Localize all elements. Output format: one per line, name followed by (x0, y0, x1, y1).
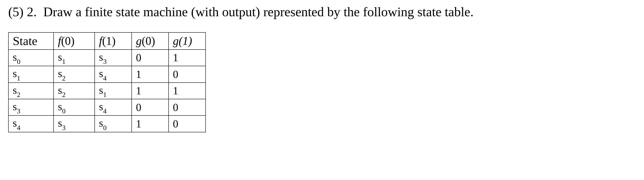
state-base: s (13, 68, 17, 79)
header-f1-arg: (1) (102, 34, 116, 47)
f1-base: s (99, 68, 103, 79)
header-g0-func: g (136, 34, 142, 47)
f0-base: s (58, 84, 62, 96)
cell-g1: 1 (168, 82, 206, 99)
page: (5) 2. Draw a finite state machine (with… (0, 0, 644, 180)
header-g1-func: g (173, 34, 179, 47)
f0-sub: 3 (62, 124, 66, 132)
f0-sub: 2 (62, 74, 66, 82)
cell-state: s4 (8, 116, 54, 132)
f1-sub: 0 (103, 124, 106, 132)
table-header-row: State f(0) f(1) g(0) g(1) (8, 32, 206, 50)
header-g1: g(1) (168, 32, 206, 50)
cell-g0: 1 (132, 116, 168, 132)
header-f1: f(1) (95, 32, 132, 50)
table-row: s0 s1 s3 0 1 (8, 50, 206, 66)
cell-f1: s0 (95, 116, 132, 132)
cell-f0: s0 (54, 99, 95, 116)
header-f0-func: f (58, 34, 61, 47)
points-label: (5) (8, 4, 24, 19)
cell-state: s3 (8, 99, 54, 116)
state-sub: 1 (17, 74, 20, 82)
cell-state: s0 (8, 50, 54, 66)
header-f1-func: f (99, 34, 102, 47)
table-row: s3 s0 s4 0 0 (8, 99, 206, 116)
state-base: s (13, 84, 17, 96)
state-sub: 0 (17, 58, 20, 65)
cell-f1: s4 (95, 99, 132, 116)
f0-base: s (58, 51, 62, 63)
f0-sub: 1 (62, 58, 66, 65)
cell-f0: s3 (54, 116, 95, 132)
f1-base: s (99, 84, 103, 96)
problem-prompt: (5) 2. Draw a finite state machine (with… (8, 4, 636, 20)
cell-f1: s3 (95, 50, 132, 66)
cell-f1: s4 (95, 66, 132, 82)
state-sub: 4 (17, 124, 20, 132)
problem-number: 2. (27, 4, 37, 19)
f0-sub: 0 (62, 107, 66, 115)
f1-sub: 4 (103, 107, 106, 115)
cell-g1: 0 (168, 99, 206, 116)
header-g1-arg: (1) (179, 34, 192, 47)
cell-f1: s1 (95, 82, 132, 99)
header-f0-arg: (0) (61, 34, 74, 47)
cell-state: s1 (8, 66, 54, 82)
problem-text: Draw a finite state machine (with output… (43, 4, 474, 19)
cell-g0: 0 (132, 99, 168, 116)
f1-base: s (99, 117, 103, 129)
f1-sub: 4 (103, 74, 106, 82)
f0-base: s (58, 117, 62, 129)
f1-base: s (99, 51, 103, 63)
f1-sub: 3 (103, 58, 106, 65)
header-g0: g(0) (132, 32, 168, 50)
cell-f0: s2 (54, 66, 95, 82)
state-table: State f(0) f(1) g(0) g(1) s0 s1 s3 (8, 32, 206, 132)
header-f0: f(0) (54, 32, 95, 50)
state-base: s (13, 51, 17, 63)
cell-g1: 0 (168, 66, 206, 82)
cell-state: s2 (8, 82, 54, 99)
f0-base: s (58, 68, 62, 79)
f1-sub: 1 (103, 91, 106, 98)
table-row: s1 s2 s4 1 0 (8, 66, 206, 82)
header-state: State (8, 32, 54, 50)
header-g0-arg: (0) (142, 34, 155, 47)
state-sub: 3 (17, 107, 20, 115)
state-base: s (13, 117, 17, 129)
cell-f0: s1 (54, 50, 95, 66)
f0-sub: 2 (62, 91, 66, 98)
cell-g0: 0 (132, 50, 168, 66)
cell-g1: 1 (168, 50, 206, 66)
cell-g1: 0 (168, 116, 206, 132)
state-sub: 2 (17, 91, 20, 98)
state-base: s (13, 101, 17, 112)
cell-g0: 1 (132, 66, 168, 82)
table-row: s2 s2 s1 1 1 (8, 82, 206, 99)
f1-base: s (99, 101, 103, 112)
f0-base: s (58, 101, 62, 112)
cell-f0: s2 (54, 82, 95, 99)
cell-g0: 1 (132, 82, 168, 99)
table-row: s4 s3 s0 1 0 (8, 116, 206, 132)
